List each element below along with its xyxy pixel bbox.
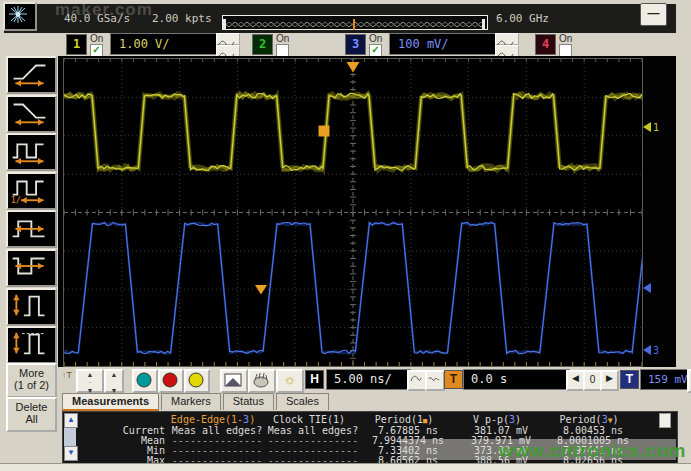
- channel-2-button[interactable]: 2: [252, 34, 273, 55]
- sidebar-button-v-peak-peak[interactable]: [6, 326, 57, 364]
- measurement-marker-ch1[interactable]: [319, 126, 330, 137]
- delete-label: Delete: [8, 401, 55, 413]
- v-peak-peak-icon: [8, 328, 51, 358]
- watermark-bottom: www.cntronics.com: [499, 440, 686, 462]
- sidebar-button-amplitude[interactable]: [6, 288, 57, 326]
- step-right-button[interactable]: ▶: [600, 370, 619, 391]
- tab-status[interactable]: Status: [223, 393, 274, 410]
- h-search-button-2[interactable]: [425, 370, 445, 391]
- sidebar-button-rise-time[interactable]: [6, 56, 57, 94]
- channel-3-on-label: On: [369, 33, 382, 44]
- sun-icon: ☼: [278, 371, 302, 387]
- column-header-4: V p-p(3): [451, 415, 543, 425]
- vertical-offset-spinner[interactable]: ▲·▼: [76, 369, 104, 393]
- h-search-button-1[interactable]: [407, 370, 427, 391]
- trigger-level-display[interactable]: 159 mV: [640, 369, 691, 390]
- column-header-1: Edge-Edge(1-3): [165, 415, 261, 425]
- measurement-marker-ch3[interactable]: [255, 285, 267, 295]
- trigger-position-display[interactable]: 0.0 s: [463, 369, 570, 390]
- trigger-level-spinner[interactable]: ▲▼: [687, 369, 691, 393]
- ch1-ground-marker[interactable]: 1: [642, 119, 666, 131]
- neg-pulse-width-icon: [8, 251, 51, 281]
- results-tab-bar: MeasurementsMarkersStatusScales: [62, 393, 331, 411]
- intensity-button[interactable]: ☼: [276, 369, 304, 393]
- pos-pulse-width-icon: [8, 212, 51, 242]
- sidebar-button-period[interactable]: [6, 133, 57, 171]
- timebase-display[interactable]: 5.00 ns/: [326, 369, 411, 390]
- vertical-scale-spinner[interactable]: ▲▼: [104, 369, 124, 393]
- svg-text:1/: 1/: [11, 195, 21, 204]
- svg-text:3: 3: [653, 345, 659, 356]
- preview-waveform: [223, 19, 485, 30]
- horizontal-trigger-toolbar: ↑T▲·▼▲▼☼H5.00 ns/T0.0 s◀0▶T159 mV▲▼: [58, 367, 691, 393]
- sidebar-button-frequency[interactable]: 1/: [6, 172, 57, 210]
- channel-3-button[interactable]: 3: [345, 34, 366, 55]
- sidebar-button-pos-pulse-width[interactable]: [6, 210, 57, 248]
- channel-3-coupling-icon[interactable]: [495, 33, 519, 45]
- acquisition-preview-bar[interactable]: [222, 15, 488, 30]
- tab-measurements[interactable]: Measurements: [62, 393, 159, 412]
- more-sub: (1 of 2): [8, 379, 55, 391]
- svg-text:1: 1: [653, 122, 659, 133]
- table-scrollbar[interactable]: ▲ ▼: [64, 413, 76, 461]
- channel-2-on-label: On: [276, 33, 289, 44]
- trigger-level-marker[interactable]: [642, 280, 666, 292]
- fall-time-icon: [8, 97, 51, 127]
- table-header-row: Edge-Edge(1-3)Clock TIE(1)Period(1■)V p-…: [77, 415, 667, 425]
- column-header-3: Period(1■): [357, 415, 451, 425]
- delete-sub: All: [8, 413, 55, 425]
- channel-1-scale-display[interactable]: 1.00 V/: [110, 33, 220, 55]
- header-spacer: [77, 415, 165, 425]
- channel-1-coupling-icon[interactable]: [216, 33, 240, 45]
- trigger-tag-button[interactable]: T: [444, 370, 463, 389]
- column-header-2: Clock TIE(1): [261, 415, 357, 425]
- tab-markers[interactable]: Markers: [161, 393, 221, 410]
- frequency-icon: 1/: [8, 174, 51, 204]
- marker-color-button-3[interactable]: [184, 369, 210, 393]
- horizontal-button[interactable]: H: [305, 370, 324, 389]
- channel-4-on-label: On: [559, 33, 572, 44]
- column-header-5: Period(3▼): [543, 415, 635, 425]
- measurement-sidebar: 1/ More(1 of 2)DeleteAll: [0, 56, 58, 471]
- minimize-button[interactable]: —: [640, 3, 667, 26]
- memory-depth-readout: 2.00 kpts: [152, 12, 212, 25]
- spark-logo-icon: [5, 4, 31, 25]
- app-logo[interactable]: [3, 2, 37, 31]
- scroll-down-button[interactable]: ▼: [64, 446, 78, 461]
- sidebar-button-neg-pulse-width[interactable]: [6, 249, 57, 287]
- scroll-up-button[interactable]: ▲: [64, 413, 78, 428]
- window-bottom-edge: [0, 463, 691, 471]
- trigger-level-button[interactable]: T: [620, 370, 639, 389]
- display-settings-button[interactable]: [220, 369, 248, 393]
- waveform-display[interactable]: [63, 58, 643, 367]
- sidebar-button-fall-time[interactable]: [6, 95, 57, 133]
- watermark-top: maker.com: [55, 0, 153, 20]
- delete-all-button[interactable]: DeleteAll: [6, 397, 57, 432]
- marker-color-button-1[interactable]: [132, 369, 158, 393]
- channel-3-scale-display[interactable]: 100 mV/: [389, 33, 499, 55]
- tab-scales[interactable]: Scales: [276, 393, 329, 410]
- channel-1-on-label: On: [90, 33, 103, 44]
- rise-time-icon: [8, 58, 51, 88]
- channel-toolbar: 1On✓1.00 V/2On3On✓100 mV/4On: [58, 33, 691, 57]
- period-icon: [8, 135, 51, 165]
- channel-1-button[interactable]: 1: [66, 34, 87, 55]
- bandwidth-readout: 6.00 GHz: [496, 12, 549, 25]
- channel-4-button[interactable]: 4: [535, 34, 556, 55]
- touch-button[interactable]: [248, 369, 276, 393]
- marker-color-button-2[interactable]: [158, 369, 184, 393]
- amplitude-icon: [8, 290, 51, 320]
- more-button[interactable]: More(1 of 2): [6, 363, 57, 398]
- trigger-time-marker[interactable]: [347, 62, 360, 72]
- trigger-position-icon: ↑T: [62, 370, 72, 388]
- more-label: More: [8, 367, 55, 379]
- ch3-ground-marker[interactable]: 3: [642, 342, 666, 354]
